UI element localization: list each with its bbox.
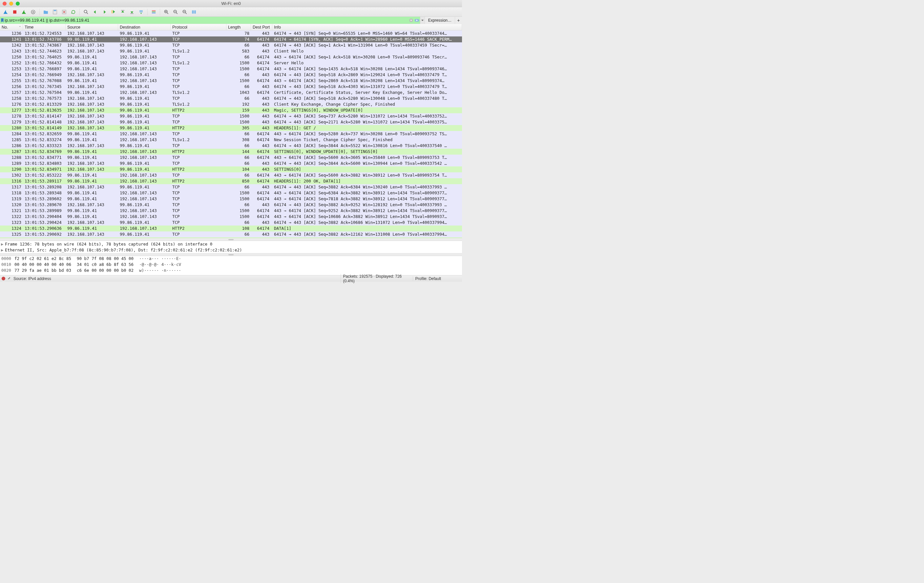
- cell-destination: 192.168.107.143: [118, 78, 171, 84]
- packet-row[interactable]: 125613:01:52.767345192.168.107.14399.86.…: [0, 84, 462, 89]
- packet-row[interactable]: 127813:01:52.814147192.168.107.14399.86.…: [0, 113, 462, 119]
- packet-row[interactable]: 132513:01:53.290692192.168.107.14399.86.…: [0, 231, 462, 237]
- cell-no: 1319: [0, 196, 23, 202]
- filter-apply-button[interactable]: [414, 19, 420, 22]
- colorize-button[interactable]: [150, 8, 158, 16]
- packet-row[interactable]: 131613:01:53.28911799.86.119.41192.168.1…: [0, 178, 462, 184]
- packet-row[interactable]: 125713:01:52.76750499.86.119.41192.168.1…: [0, 89, 462, 96]
- expert-info-button[interactable]: [2, 277, 5, 280]
- cell-no: 1288: [0, 155, 23, 160]
- packet-row[interactable]: 128513:01:52.83327499.86.119.41192.168.1…: [0, 137, 462, 143]
- packet-row[interactable]: 128713:01:52.83476999.86.119.41192.168.1…: [0, 149, 462, 155]
- zoom-reset-button[interactable]: [180, 8, 189, 16]
- filter-clear-button[interactable]: [408, 18, 414, 22]
- resize-columns-button[interactable]: [190, 8, 198, 16]
- packet-row[interactable]: 129013:01:52.834971192.168.107.14399.86.…: [0, 167, 462, 172]
- packet-row[interactable]: 124213:01:52.743867192.168.107.14399.86.…: [0, 42, 462, 48]
- cell-length: 78: [226, 31, 251, 36]
- go-to-first-button[interactable]: [119, 8, 127, 16]
- disclosure-triangle-icon[interactable]: ▶: [1, 241, 4, 246]
- filter-expression-button[interactable]: Expression…: [425, 17, 455, 24]
- restart-capture-button[interactable]: [20, 8, 28, 16]
- cell-dest-port: 64174: [251, 178, 272, 184]
- column-header-source[interactable]: Source: [66, 24, 118, 31]
- open-file-button[interactable]: [42, 8, 50, 16]
- packet-row[interactable]: 131913:01:53.28960299.86.119.41192.168.1…: [0, 196, 462, 202]
- shark-fin-icon[interactable]: [1, 8, 10, 16]
- zoom-window-button[interactable]: [16, 2, 20, 6]
- close-file-button[interactable]: [60, 8, 69, 16]
- go-to-last-button[interactable]: [128, 8, 136, 16]
- packet-row[interactable]: 130213:01:52.85322299.86.119.41192.168.1…: [0, 172, 462, 178]
- hex-line[interactable]: 0000f2 9f c2 02 61 e2 8c 8590 b7 7f 08 0…: [0, 256, 462, 262]
- go-back-button[interactable]: [91, 8, 99, 16]
- stop-capture-button[interactable]: [10, 8, 19, 16]
- packet-row[interactable]: 132413:01:53.29063699.86.119.41192.168.1…: [0, 226, 462, 231]
- find-packet-button[interactable]: [82, 8, 90, 16]
- packet-row[interactable]: 125813:01:52.767573192.168.107.14399.86.…: [0, 96, 462, 101]
- reload-button[interactable]: [69, 8, 78, 16]
- hex-line[interactable]: 001000 40 00 00 40 00 40 0634 01 c0 a8 6…: [0, 262, 462, 268]
- packet-row[interactable]: 131713:01:53.289208192.168.107.14399.86.…: [0, 184, 462, 190]
- column-header-protocol[interactable]: Protocol: [171, 24, 226, 31]
- packet-row[interactable]: 128413:01:52.83265999.86.119.41192.168.1…: [0, 131, 462, 137]
- packet-row[interactable]: 128913:01:52.834803192.168.107.14399.86.…: [0, 160, 462, 167]
- packet-row[interactable]: 125413:01:52.766949192.168.107.14399.86.…: [0, 72, 462, 78]
- column-header-info[interactable]: Info: [272, 24, 462, 31]
- display-filter-input[interactable]: [5, 18, 408, 23]
- packet-row[interactable]: 132013:01:53.289670192.168.107.14399.86.…: [0, 202, 462, 208]
- packet-row[interactable]: 132113:01:53.28998999.86.119.41192.168.1…: [0, 208, 462, 214]
- cell-destination: 99.86.119.41: [118, 31, 171, 36]
- packet-row[interactable]: 132313:01:53.290424192.168.107.14399.86.…: [0, 220, 462, 226]
- packet-row[interactable]: 124113:01:52.74378699.86.119.41192.168.1…: [0, 36, 462, 42]
- zoom-in-button[interactable]: [162, 8, 171, 16]
- packet-row[interactable]: 127713:01:52.813635192.168.107.14399.86.…: [0, 107, 462, 113]
- packet-row[interactable]: 125213:01:52.76643299.86.119.41192.168.1…: [0, 60, 462, 66]
- packet-row[interactable]: 128613:01:52.833323192.168.107.14399.86.…: [0, 143, 462, 149]
- hex-line[interactable]: 002077 29 fa ae 01 bb bd 03c6 6e 00 00 0…: [0, 268, 462, 274]
- packet-row[interactable]: 123613:01:52.724553192.168.107.14399.86.…: [0, 31, 462, 36]
- go-to-packet-button[interactable]: [109, 8, 118, 16]
- packet-row[interactable]: 124313:01:52.744623192.168.107.14399.86.…: [0, 48, 462, 54]
- pane-splitter-1[interactable]: [0, 238, 462, 241]
- minimize-window-button[interactable]: [9, 2, 13, 6]
- packet-list-pane[interactable]: 123613:01:52.724553192.168.107.14399.86.…: [0, 31, 462, 238]
- packet-details-pane[interactable]: ▶Frame 1236: 78 bytes on wire (624 bits)…: [0, 241, 462, 253]
- detail-row[interactable]: ▶Frame 1236: 78 bytes on wire (624 bits)…: [0, 241, 462, 247]
- packet-row[interactable]: 128813:01:52.83477199.86.119.41192.168.1…: [0, 155, 462, 160]
- packet-bytes-pane[interactable]: 0000f2 9f c2 02 61 e2 8c 8590 b7 7f 08 0…: [0, 256, 462, 275]
- capture-options-button[interactable]: [29, 8, 37, 16]
- cell-no: 1320: [0, 202, 23, 208]
- zoom-out-button[interactable]: [171, 8, 180, 16]
- auto-scroll-button[interactable]: [137, 8, 145, 16]
- packet-row[interactable]: 128013:01:52.814149192.168.107.14399.86.…: [0, 125, 462, 131]
- status-profile[interactable]: Profile: Default: [413, 276, 462, 281]
- column-header-destination[interactable]: Destination: [118, 24, 171, 31]
- packet-row[interactable]: 125313:01:52.76689799.86.119.41192.168.1…: [0, 66, 462, 72]
- disclosure-triangle-icon[interactable]: ▶: [1, 248, 4, 253]
- column-header-length[interactable]: Length: [226, 24, 251, 31]
- go-forward-button[interactable]: [100, 8, 109, 16]
- column-header-time[interactable]: Time: [23, 24, 66, 31]
- packet-row[interactable]: 127913:01:52.814148192.168.107.14399.86.…: [0, 119, 462, 125]
- cell-source: 99.86.119.41: [66, 172, 118, 178]
- save-file-button[interactable]: [51, 8, 59, 16]
- packet-row[interactable]: 125513:01:52.76708899.86.119.41192.168.1…: [0, 78, 462, 84]
- column-header-dest-port[interactable]: Dest Port: [251, 24, 272, 31]
- cell-destination: 99.86.119.41: [118, 101, 171, 107]
- pane-splitter-2[interactable]: [0, 253, 462, 256]
- edit-capture-comment-button[interactable]: [8, 276, 11, 281]
- packet-row[interactable]: 127613:01:52.813329192.168.107.14399.86.…: [0, 101, 462, 107]
- packet-row[interactable]: 125013:01:52.76402599.86.119.41192.168.1…: [0, 54, 462, 60]
- column-header-no[interactable]: No.⌃: [0, 24, 23, 31]
- filter-bookmark-icon[interactable]: [0, 18, 5, 22]
- cell-source: 99.86.119.41: [66, 214, 118, 220]
- packet-row[interactable]: 132213:01:53.29040499.86.119.41192.168.1…: [0, 214, 462, 220]
- packet-row[interactable]: 131813:01:53.28934899.86.119.41192.168.1…: [0, 190, 462, 196]
- filter-add-button[interactable]: +: [455, 17, 462, 24]
- filter-history-dropdown[interactable]: [420, 17, 425, 24]
- detail-row[interactable]: ▶Ethernet II, Src: Apple_b7:7f:08 (8c:85…: [0, 247, 462, 253]
- packet-row[interactable]: 132713:01:53.29173199.86.119.41192.168.1…: [0, 237, 462, 238]
- cell-dest-port: 64174: [251, 60, 272, 66]
- close-window-button[interactable]: [3, 2, 7, 6]
